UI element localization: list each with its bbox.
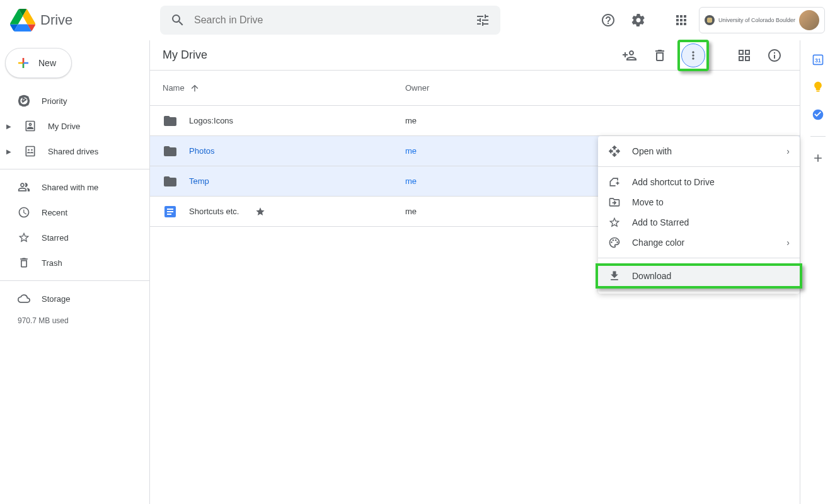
move-icon [608, 196, 621, 209]
grid-view-button[interactable] [732, 43, 757, 68]
share-button[interactable] [617, 43, 642, 68]
star-icon [18, 231, 30, 244]
download-icon [608, 270, 621, 282]
chevron-right-icon: › [786, 146, 790, 156]
sidebar-label: Starred [42, 233, 69, 243]
avatar[interactable] [799, 10, 819, 30]
app-name: Drive [40, 12, 72, 28]
ctx-label: Download [632, 271, 671, 281]
search-bar[interactable] [160, 6, 500, 35]
sidebar-item-starred[interactable]: Starred [0, 225, 142, 250]
file-owner: me [405, 146, 417, 156]
drive-logo-icon [10, 8, 35, 33]
col-owner[interactable]: Owner [405, 83, 787, 93]
svg-point-3 [616, 241, 618, 243]
keep-icon[interactable] [812, 81, 824, 93]
storage-used: 970.7 MB used [0, 316, 149, 325]
folder-icon [163, 144, 178, 159]
sidepanel: 31 [800, 40, 835, 504]
search-input[interactable] [194, 14, 466, 26]
apps-button[interactable] [669, 8, 694, 33]
help-icon [601, 13, 616, 28]
sidebar-label: Recent [42, 208, 67, 217]
col-name-label: Name [163, 83, 185, 93]
search-icon [170, 13, 185, 28]
file-owner: me [405, 116, 417, 125]
sidebar-label: My Drive [48, 122, 80, 131]
sidebar-label: Priority [42, 96, 67, 106]
person-add-icon [622, 48, 637, 63]
details-button[interactable] [762, 43, 787, 68]
sidebar-item-recent[interactable]: Recent [0, 200, 142, 225]
more-actions-button[interactable] [681, 43, 705, 67]
sidebar-item-priority[interactable]: Priority [0, 88, 142, 113]
sidebar: New Priority ▶My Drive ▶Shared drives Sh… [0, 40, 150, 504]
col-name[interactable]: Name [163, 83, 405, 93]
svg-point-2 [615, 239, 617, 241]
svg-text:31: 31 [815, 57, 821, 64]
svg-point-0 [611, 241, 613, 243]
plus-icon [16, 55, 31, 71]
new-button[interactable]: New [5, 48, 72, 78]
header-right: University of Colorado Boulder [596, 7, 825, 33]
sidebar-item-shared-drives[interactable]: ▶Shared drives [0, 139, 142, 164]
palette-icon [608, 236, 621, 249]
sidebar-label: Shared drives [48, 147, 98, 156]
tasks-icon[interactable] [812, 108, 824, 121]
recent-icon [18, 206, 30, 219]
trash-icon [18, 256, 30, 269]
ctx-label: Open with [632, 146, 672, 156]
page-title[interactable]: My Drive [163, 49, 207, 62]
info-icon [767, 48, 782, 63]
ctx-open-with[interactable]: Open with› [598, 141, 800, 161]
doc-icon [163, 204, 178, 219]
sidebar-label: Storage [42, 294, 71, 304]
sidebar-label: Trash [42, 258, 62, 268]
highlight-download: Download [596, 263, 802, 289]
col-owner-label: Owner [405, 83, 429, 93]
file-owner: me [405, 176, 417, 186]
shortcut-icon [608, 176, 621, 188]
ctx-move-to[interactable]: Move to [598, 192, 800, 212]
shared-icon [18, 181, 30, 193]
file-name: Shortcuts etc. [189, 207, 239, 216]
search-options-icon[interactable] [475, 13, 490, 28]
ctx-label: Change color [632, 238, 684, 248]
ctx-add-shortcut[interactable]: Add shortcut to Drive [598, 172, 800, 192]
file-name: Temp [189, 176, 209, 186]
more-vert-icon [687, 49, 700, 62]
org-chip[interactable]: University of Colorado Boulder [699, 7, 825, 33]
highlight-more-actions [677, 40, 709, 71]
ctx-download[interactable]: Download [598, 266, 800, 286]
caret-icon[interactable]: ▶ [6, 123, 13, 130]
sidebar-item-shared-with-me[interactable]: Shared with me [0, 175, 142, 200]
star-outline-icon [608, 216, 621, 229]
ctx-label: Add to Starred [632, 217, 689, 227]
priority-icon [18, 94, 30, 107]
calendar-icon[interactable]: 31 [812, 53, 824, 66]
caret-icon[interactable]: ▶ [6, 148, 13, 155]
new-label: New [38, 58, 56, 68]
trash-icon [652, 48, 667, 63]
add-icon[interactable] [812, 152, 824, 164]
sidebar-item-trash[interactable]: Trash [0, 250, 142, 275]
file-row[interactable]: Logos:Iconsme [150, 106, 800, 136]
ctx-change-color[interactable]: Change color› [598, 232, 800, 253]
ctx-label: Add shortcut to Drive [632, 177, 715, 187]
titlebar: My Drive [150, 40, 800, 71]
sidebar-item-my-drive[interactable]: ▶My Drive [0, 113, 142, 139]
support-button[interactable] [596, 8, 621, 33]
ctx-add-starred[interactable]: Add to Starred [598, 212, 800, 232]
my-drive-icon [24, 120, 37, 132]
delete-button[interactable] [647, 43, 672, 68]
settings-button[interactable] [626, 8, 651, 33]
file-name: Photos [189, 146, 214, 156]
content: My Drive Name Owner Logos:Ico [150, 40, 800, 504]
chevron-right-icon: › [786, 238, 790, 248]
sidebar-item-storage[interactable]: Storage [0, 286, 142, 311]
ctx-label: Move to [632, 197, 664, 207]
org-label: University of Colorado Boulder [718, 17, 795, 23]
arrow-up-icon [190, 83, 200, 93]
org-logo-icon [705, 15, 715, 25]
logo-area[interactable]: Drive [10, 8, 160, 33]
